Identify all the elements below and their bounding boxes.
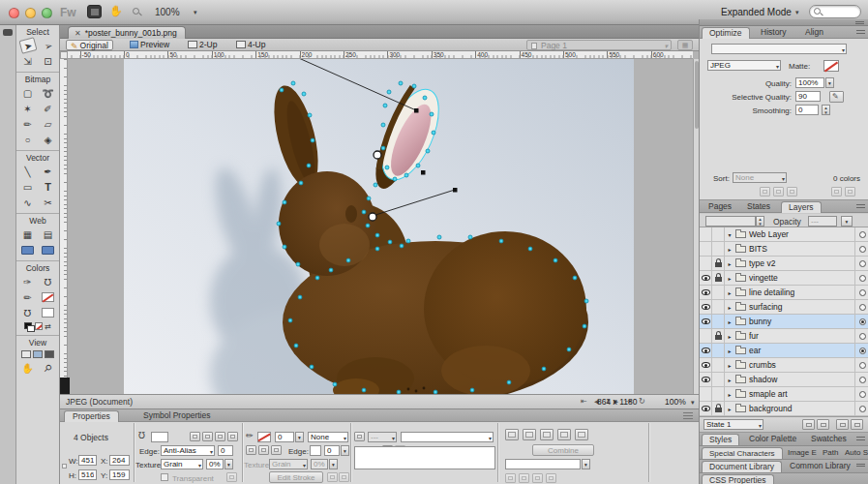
marquee-tool[interactable]: ▢ — [20, 86, 36, 100]
optimize-preset-select[interactable] — [711, 44, 847, 54]
anchor-point[interactable] — [298, 295, 302, 299]
expander-icon[interactable]: ▸ — [725, 406, 734, 412]
bunny-thigh[interactable] — [441, 346, 530, 394]
expander-icon[interactable]: ▸ — [725, 275, 734, 282]
zoom-status[interactable]: 100% — [665, 397, 686, 407]
panel-menu-icon[interactable] — [856, 437, 865, 441]
expander-icon[interactable]: ▾ — [725, 231, 734, 238]
pen-tool[interactable]: ✒ — [41, 165, 56, 178]
stroke-size-caret[interactable]: ▾ — [295, 432, 304, 442]
anchor-point[interactable] — [333, 382, 337, 386]
opacity-field[interactable]: --- — [808, 216, 837, 227]
tab-common-library[interactable]: Common Library — [783, 461, 857, 472]
scrollbar-thumb[interactable] — [695, 61, 699, 129]
expander-icon[interactable]: ▸ — [725, 362, 734, 369]
anchor-point[interactable] — [294, 344, 298, 348]
window-zoom-button[interactable] — [42, 8, 52, 18]
visibility-toggle[interactable] — [700, 315, 712, 329]
tab-symbol-properties[interactable]: Symbol Properties — [135, 410, 218, 422]
fill-option-button[interactable] — [227, 432, 238, 441]
canvas-viewport[interactable] — [68, 59, 693, 394]
blend-mode-select[interactable] — [705, 216, 756, 227]
anchor-point[interactable] — [542, 367, 546, 371]
expander-icon[interactable]: ▸ — [725, 260, 734, 267]
tab-states[interactable]: States — [740, 201, 777, 213]
anchor-point[interactable] — [573, 276, 577, 280]
anchor-point[interactable] — [437, 235, 441, 239]
fill-color-swatch[interactable] — [151, 432, 168, 442]
bezier-handle[interactable] — [453, 188, 458, 193]
layer-name[interactable]: background — [749, 404, 854, 413]
anchor-point[interactable] — [310, 365, 314, 369]
hotspot-tool[interactable]: ▦ — [20, 227, 36, 241]
expander-icon[interactable]: ▸ — [725, 348, 734, 354]
fill-edge-select[interactable]: Anti-Alias — [161, 445, 215, 456]
layer-row[interactable]: ▾ Web Layer — [700, 227, 868, 242]
layer-row[interactable]: ▸ line detailing — [700, 286, 868, 300]
stroke-color-swatch[interactable] — [41, 290, 56, 304]
expander-icon[interactable]: ▸ — [725, 318, 734, 325]
anchor-point[interactable] — [507, 380, 511, 384]
zoom-status-caret-icon[interactable]: ▾ — [691, 399, 695, 407]
y-field[interactable] — [109, 469, 130, 480]
height-field[interactable] — [78, 469, 97, 480]
visibility-toggle[interactable] — [700, 387, 712, 402]
layer-select-radio[interactable] — [854, 227, 868, 242]
mode-caret-icon[interactable]: ▾ — [795, 9, 799, 16]
panel-menu-icon[interactable] — [683, 412, 693, 419]
lock-toggle[interactable] — [712, 227, 725, 242]
layer-name[interactable]: surfacing — [749, 302, 854, 312]
layer-select-radio[interactable] — [854, 373, 868, 387]
anchor-point[interactable] — [383, 104, 387, 107]
tab-align[interactable]: Align — [798, 27, 830, 39]
fill-edge-amount[interactable]: 0 — [218, 445, 233, 456]
stroke-color-swatch[interactable] — [257, 432, 271, 442]
fill-texture-amount[interactable]: 0% — [206, 459, 224, 469]
selective-quality-field[interactable] — [795, 91, 821, 102]
lock-toggle[interactable] — [712, 286, 725, 300]
blur-tool[interactable]: ○ — [20, 133, 36, 146]
mask-button[interactable] — [540, 429, 554, 440]
anchor-point[interactable] — [499, 239, 503, 243]
mask-button[interactable] — [575, 429, 588, 440]
slice-tool[interactable]: ▤ — [41, 227, 56, 241]
new-layer-button[interactable] — [817, 419, 829, 430]
show-slices-button[interactable] — [41, 243, 56, 257]
eraser-tool[interactable]: ▱ — [41, 117, 56, 131]
width-field[interactable] — [78, 455, 97, 466]
tab-swatches[interactable]: Swatches — [804, 434, 853, 445]
anchor-point[interactable] — [567, 348, 571, 351]
subselection-tool[interactable]: ➢ — [39, 37, 57, 54]
visibility-toggle[interactable] — [700, 358, 712, 373]
smoothing-stepper[interactable]: ▴▾ — [822, 105, 830, 115]
quality-field[interactable] — [795, 77, 824, 88]
fill-texture-caret[interactable]: ▾ — [224, 459, 233, 469]
layer-name[interactable]: ear — [749, 346, 854, 355]
fill-option-button[interactable] — [202, 432, 213, 441]
layer-name[interactable]: BITS — [749, 244, 854, 254]
anchor-point[interactable] — [468, 235, 472, 239]
tab-4up[interactable]: 4-Up — [232, 40, 269, 50]
fill-option-button[interactable] — [190, 432, 200, 441]
tab-image-editing[interactable]: Image E — [785, 447, 820, 459]
hand-tool-icon[interactable]: ✋ — [109, 5, 123, 17]
panel-menu-icon[interactable] — [856, 30, 865, 35]
rubber-stamp-tool[interactable]: ◈ — [41, 133, 56, 146]
tab-properties[interactable]: Properties — [64, 410, 119, 422]
window-minimize-button[interactable] — [25, 8, 36, 18]
full-screen-menu-mode-button[interactable] — [33, 350, 43, 358]
full-screen-mode-button[interactable] — [45, 350, 54, 358]
layer-select-radio[interactable] — [854, 242, 868, 257]
text-tool[interactable]: T — [41, 180, 56, 194]
visibility-toggle[interactable] — [700, 227, 712, 242]
anchor-point[interactable] — [423, 96, 427, 100]
visibility-toggle[interactable] — [700, 257, 712, 271]
hide-slices-button[interactable] — [20, 243, 36, 257]
smoothing-field[interactable] — [795, 105, 819, 115]
dock-handle[interactable] — [3, 29, 13, 36]
mask-button[interactable] — [505, 429, 519, 440]
panel-menu-icon[interactable] — [856, 204, 865, 209]
zoom-level[interactable]: 100% — [155, 7, 180, 17]
fill-color-swatch[interactable] — [41, 306, 56, 319]
anchor-point[interactable] — [308, 113, 312, 117]
